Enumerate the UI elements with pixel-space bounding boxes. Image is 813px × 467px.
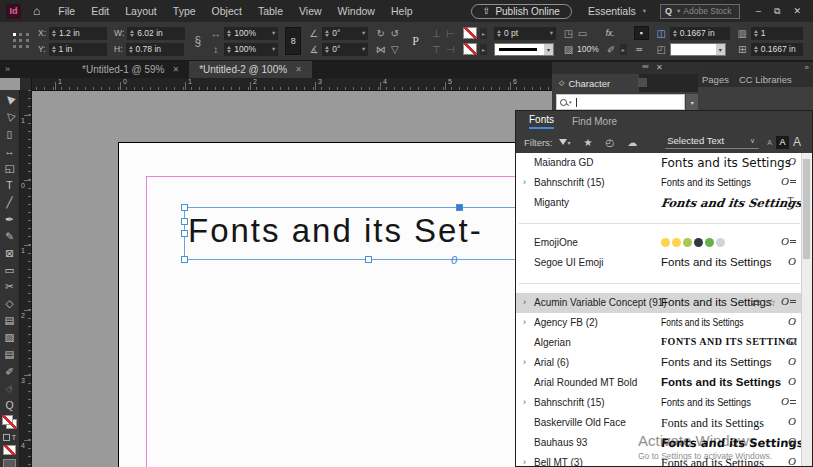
object-styles-icon[interactable]: ≖: [634, 44, 645, 55]
align-right-icon[interactable]: ⊣: [445, 44, 456, 55]
gap-tool[interactable]: ↔: [0, 143, 19, 160]
sample-size-large-button[interactable]: A: [793, 135, 801, 149]
activate-font-icon[interactable]: ⇄: [752, 297, 760, 308]
shear-angle-field[interactable]: 0° ▾: [322, 43, 368, 56]
wrap-offset-field[interactable]: 0.1667 in: [670, 27, 730, 40]
close-tab-icon[interactable]: ✕: [295, 65, 302, 74]
adobe-fonts-cloud-icon[interactable]: ☁: [627, 137, 637, 148]
rotate-ccw-icon[interactable]: ↺: [389, 28, 400, 39]
corner-options-icon[interactable]: ◳: [563, 28, 574, 39]
zoom-tool[interactable]: Q: [0, 396, 19, 413]
indesign-logo[interactable]: Id: [6, 4, 21, 19]
menu-window[interactable]: Window: [330, 5, 383, 17]
menu-type[interactable]: Type: [165, 5, 204, 17]
width-field[interactable]: 6.02 in: [127, 27, 185, 40]
corner-shape-icon[interactable]: ▭: [577, 28, 588, 39]
font-family-search-input[interactable]: ▾: [556, 94, 685, 110]
expand-family-icon[interactable]: ›: [523, 317, 526, 327]
expand-family-icon[interactable]: ›: [523, 397, 526, 407]
screen-mode-button[interactable]: [3, 459, 16, 467]
align-top-icon[interactable]: ⊥: [431, 28, 442, 39]
free-transform-tool[interactable]: ◇: [0, 295, 19, 312]
scrollbar-thumb[interactable]: [803, 159, 810, 259]
hand-tool[interactable]: ☞: [0, 379, 19, 396]
menu-table[interactable]: Table: [250, 5, 291, 17]
recent-fonts-icon[interactable]: ◴: [605, 137, 614, 148]
opacity-value[interactable]: 100%: [577, 44, 599, 54]
eyedropper-tool[interactable]: ✐: [0, 363, 19, 380]
x-position-field[interactable]: 1.2 in: [49, 27, 107, 40]
apply-none-swatch[interactable]: [3, 445, 16, 455]
constrain-scale-link-icon[interactable]: 8: [285, 27, 301, 55]
constrain-dimensions-icon[interactable]: §: [192, 34, 203, 48]
rectangle-tool[interactable]: ▭: [0, 261, 19, 278]
dock-tab-cc-libraries[interactable]: CC Libraries: [739, 74, 792, 85]
expand-family-icon[interactable]: ›: [523, 457, 526, 466]
effects-flyout-icon[interactable]: ▸: [620, 44, 627, 55]
font-row-baskerville-old-face[interactable]: Baskerville Old FaceFonts and its Settin…: [516, 413, 812, 433]
menu-layout[interactable]: Layout: [117, 5, 165, 17]
scale-y-field[interactable]: 100% ▾: [224, 43, 278, 56]
gradient-feather-tool[interactable]: ▨: [0, 329, 19, 346]
type-tool[interactable]: T: [0, 177, 19, 194]
filter-funnel-icon[interactable]: [559, 139, 567, 145]
restore-button[interactable]: ⧉: [774, 6, 780, 17]
gutter-field[interactable]: 0.1667 in: [751, 43, 803, 56]
font-row-arial-rounded-mt-bold[interactable]: Arial Rounded MT BoldFonts and its Setti…: [516, 373, 812, 393]
direct-selection-tool[interactable]: ▷: [0, 109, 19, 126]
expand-family-icon[interactable]: ›: [523, 177, 526, 187]
expand-panels-icon[interactable]: »: [5, 64, 10, 74]
stroke-flyout-icon[interactable]: ▸: [480, 44, 487, 55]
handle-bottom-mid[interactable]: [365, 256, 372, 263]
panel-menu-icon[interactable]: [638, 78, 647, 87]
menu-help[interactable]: Help: [383, 5, 421, 17]
close-tab-icon[interactable]: ✕: [172, 65, 179, 74]
frame-in-port[interactable]: [181, 218, 188, 225]
close-panel-icon[interactable]: ✕: [656, 63, 663, 72]
fill-swatch-none[interactable]: [463, 27, 477, 39]
font-row-bahnschrift-15-[interactable]: ›Bahnschrift (15)Fonts and its SettingsO: [516, 173, 812, 193]
font-row-maiandra-gd[interactable]: Maiandra GDFonts and its SettingsO: [516, 153, 812, 173]
dock-tab-pages[interactable]: Pages: [702, 74, 729, 85]
tab-untitled-1[interactable]: *Untitled-1 @ 59% ✕: [72, 60, 189, 78]
content-collector-tool[interactable]: ◱: [0, 160, 19, 177]
line-tool[interactable]: ╱: [0, 193, 19, 210]
select-container-icon[interactable]: P: [407, 34, 424, 49]
font-row-arial-6-[interactable]: ›Arial (6)Fonts and its SettingsO: [516, 353, 812, 373]
align-left-icon[interactable]: ⊢: [445, 28, 456, 39]
sample-size-small-button[interactable]: A: [767, 139, 772, 146]
tab-find-more[interactable]: Find More: [572, 116, 617, 127]
workspace-switcher[interactable]: Essentials ▾: [588, 5, 646, 17]
adobe-stock-search[interactable]: Q ▾ Adobe Stock: [660, 4, 740, 19]
character-tab[interactable]: ◇ Character: [552, 74, 639, 92]
minimize-button[interactable]: –: [756, 6, 761, 17]
font-row-miganty[interactable]: MigantyFonts and its SettingsTr: [516, 193, 812, 213]
formatting-affects-toggle[interactable]: T: [3, 431, 16, 443]
font-row-algerian[interactable]: AlgerianFONTS AND ITS SETTING!O: [516, 333, 812, 353]
wrap-style-dropdown[interactable]: ▾: [670, 43, 726, 56]
handle-bottom-left[interactable]: [181, 256, 188, 263]
sample-size-medium-button[interactable]: A: [776, 136, 789, 149]
expand-family-icon[interactable]: ›: [523, 297, 526, 307]
rotation-angle-field[interactable]: 0° ▾: [322, 27, 368, 40]
font-row-acumin-variable-concept-91-[interactable]: ›Acumin Variable Concept (91)Fonts and i…: [516, 293, 812, 313]
handle-top-left[interactable]: [181, 204, 188, 211]
collapse-panel-icon[interactable]: ««: [642, 63, 648, 70]
fill-stroke-swatches[interactable]: [2, 415, 17, 429]
font-row-emojione[interactable]: EmojiOneO: [516, 233, 812, 253]
menu-view[interactable]: View: [291, 5, 330, 17]
drop-shadow-button[interactable]: ▪: [634, 26, 649, 40]
font-row-agency-fb-2-[interactable]: ›Agency FB (2)Fonts and its SettingsO: [516, 313, 812, 333]
publish-online-button[interactable]: ⇧ Publish Online: [471, 4, 572, 19]
frame-text[interactable]: Fonts and its Set-: [188, 212, 483, 250]
eyedropper-icon[interactable]: ✐: [606, 44, 617, 55]
frame-out-port[interactable]: 0: [451, 254, 457, 266]
expand-family-icon[interactable]: ›: [523, 357, 526, 367]
reference-point-grid[interactable]: [12, 32, 31, 51]
selection-tool[interactable]: ▶: [0, 92, 19, 109]
height-field[interactable]: 0.78 in: [126, 43, 184, 56]
handle-top-mid[interactable]: [456, 204, 463, 211]
scale-x-field[interactable]: 100% ▾: [224, 27, 278, 40]
columns-field[interactable]: 1: [751, 27, 803, 40]
fill-flyout-icon[interactable]: ▸: [480, 28, 487, 39]
